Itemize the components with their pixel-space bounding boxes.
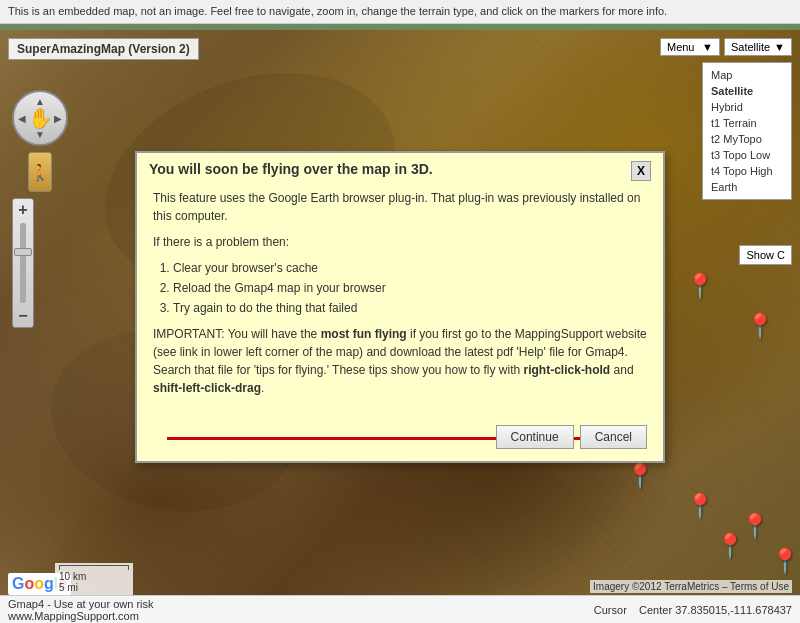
cancel-button[interactable]: Cancel [580,425,647,449]
modal-steps-list: Clear your browser's cache Reload the Gm… [173,259,647,317]
modal-title-bar: You will soon be flying over the map in … [137,153,663,181]
modal-important: IMPORTANT: You will have the most fun fl… [153,325,647,397]
modal-step-1: Clear your browser's cache [173,259,647,277]
modal-overlay: You will soon be flying over the map in … [0,30,800,623]
modal-step-2: Reload the Gmap4 map in your browser [173,279,647,297]
map-container[interactable]: SuperAmazingMap (Version 2) ▲ ▼ ◀ ▶ ✋ 🚶 … [0,30,800,623]
modal-title: You will soon be flying over the map in … [149,161,433,177]
continue-label: Continue [511,430,559,444]
cancel-label: Cancel [595,430,632,444]
modal-dialog: You will soon be flying over the map in … [135,151,665,463]
modal-para1: This feature uses the Google Earth brows… [153,189,647,225]
close-icon: X [637,164,645,178]
important-text3: and [610,363,633,377]
important-text4: . [261,381,264,395]
top-bar-text: This is an embedded map, not an image. F… [8,5,667,17]
modal-buttons: Continue Cancel [496,425,647,449]
modal-footer: Continue Cancel [137,417,663,461]
modal-close-button[interactable]: X [631,161,651,181]
bold2: shift-left-click-drag [153,381,261,395]
important-bold: most fun flying [321,327,407,341]
continue-button[interactable]: Continue [496,425,574,449]
important-text: IMPORTANT: You will have the [153,327,321,341]
modal-problem-intro: If there is a problem then: [153,233,647,251]
modal-body: This feature uses the Google Earth brows… [137,181,663,417]
bold1: right-click-hold [524,363,611,377]
top-info-bar: This is an embedded map, not an image. F… [0,0,800,24]
modal-step-3: Try again to do the thing that failed [173,299,647,317]
